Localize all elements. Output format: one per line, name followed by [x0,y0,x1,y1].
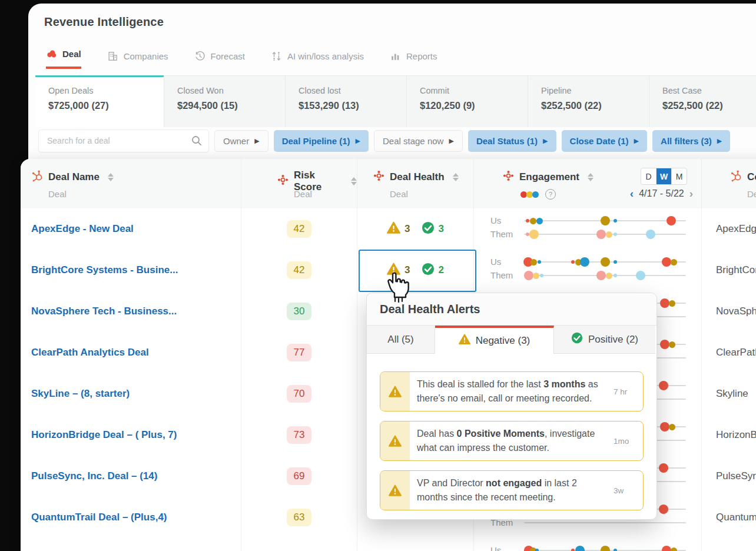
engagement-timeline [524,522,686,523]
column-header-deal-name: Deal NameDeal [21,159,241,208]
filter-chip-close-date-1[interactable]: Close Date (1)▶ [562,130,648,152]
nav-tab-ai-win-loss-analysis[interactable]: AI win/loss analysis [271,51,364,69]
engagement-dot-yellow [530,259,537,265]
deal-name-cell [21,538,241,551]
engagement-dot-lblue [646,230,655,239]
engagement-dot-yellow [601,546,610,551]
revenue-intelligence-screen: { "colors": { "accent_red": "#e8503a", "… [0,0,756,551]
reports-icon [390,51,401,62]
legend-dot [532,191,539,198]
filter-chip-deal-pipeline-1[interactable]: Deal Pipeline (1)▶ [274,130,369,152]
score-icon [502,170,515,185]
engagement-dot-yellow [530,218,536,224]
chevron-right-icon: ▶ [254,138,259,144]
nav-tab-forecast[interactable]: Forecast [194,51,245,69]
nav-tab-reports[interactable]: Reports [390,51,437,69]
engagement-dot-lyellow [529,230,539,239]
summary-card-commit[interactable]: Commit$120,250 (9) [406,75,528,127]
engagement-dot-red [660,298,669,308]
deal-name-link[interactable]: ApexEdge - New Deal [31,223,134,235]
alert-age: 1mo [614,421,643,460]
prev-period-icon[interactable]: ‹ [630,188,634,199]
popup-tab-negative-3[interactable]: Negative (3) [435,326,554,354]
sort-control[interactable] [588,173,593,181]
deal-name-cell: NovaSphere Tech - Business... [21,291,241,332]
deal-name-link[interactable]: HorizonBridge Deal – ( Plus, 7) [31,429,177,441]
alert-text: Deal has 0 Positive Moments, investigate… [410,421,614,460]
alert-card: VP and Director not engaged in last 2 mo… [380,470,644,510]
risk-score-cell: 63 [241,497,357,538]
positive-count: 3 [439,223,444,235]
chevron-right-icon: ▶ [356,138,360,144]
summary-card-closed-lost[interactable]: Closed lost$153,290 (13) [285,75,406,127]
risk-score-badge: 73 [287,426,311,444]
summary-card-open-deals[interactable]: Open Deals$725,000 (27) [35,75,164,127]
engagement-dot-lblue [636,271,645,280]
search-icon [191,135,203,149]
warning-icon [380,471,410,510]
deal-name-link[interactable]: QuantumTrail Deal – (Plus,4) [31,512,167,523]
filter-chip-deal-status-1[interactable]: Deal Status (1)▶ [468,130,556,152]
risk-score-badge: 30 [287,303,311,320]
engagement-dot-blue [538,260,541,264]
risk-score-cell: 42 [241,208,357,250]
chevron-right-icon: ▶ [717,138,722,144]
popup-alerts: This deal is stalled for the last 3 mont… [367,354,656,510]
period-option-d[interactable]: D [641,168,656,184]
filter-chip-owner[interactable]: Owner▶ [214,130,268,152]
nav-tab-deal[interactable]: Deal [46,48,81,69]
risk-score-badge: 77 [287,344,311,361]
next-period-icon[interactable]: › [689,188,693,199]
engagement-dot-red [660,340,669,349]
sort-control[interactable] [351,177,357,185]
engagement-cell: UsThem [474,208,702,250]
summary-card-best-case[interactable]: Best Case$252,500 (22) [649,75,756,127]
help-icon[interactable]: ? [545,189,556,200]
period-option-m[interactable]: M [672,168,687,184]
deal-name-link[interactable]: BrightCore Systems - Busine... [31,264,178,276]
filter-chip-deal-stage-now[interactable]: Deal stage now▶ [374,130,463,152]
deal-health-cell[interactable] [357,538,474,551]
filter-chip-all-filters-3[interactable]: All filters (3)▶ [652,130,730,152]
engagement-dot-red [571,260,575,264]
engagement-dot-lyellow [606,231,612,238]
risk-score-cell: 42 [241,250,357,291]
summary-cards: Open Deals$725,000 (27)Closed Won$294,50… [35,75,756,127]
alert-age: 3w [614,471,643,510]
engagement-legend: ? [520,189,556,200]
sort-control[interactable] [108,173,114,181]
deal-name-link[interactable]: SkyLine – (8, starter) [31,388,130,400]
deal-name-link[interactable]: NovaSphere Tech - Business... [31,306,177,317]
deal-search[interactable] [38,130,209,152]
score-icon [277,174,289,189]
nav-tab-companies[interactable]: Companies [107,51,168,69]
chevron-right-icon: ▶ [449,138,453,144]
search-input[interactable] [39,130,194,151]
risk-score-badge: 69 [287,467,311,485]
date-range-label: 4/17 - 5/22 [639,188,684,199]
popup-tab-all-5[interactable]: All (5) [367,326,435,354]
deal-health-cell[interactable]: 32 [357,250,474,291]
sort-control[interactable] [453,173,459,181]
engagement-label-us: Us [490,215,501,225]
positive-count: 2 [439,264,444,276]
deal-name-cell: HorizonBridge Deal – ( Plus, 7) [21,414,241,456]
summary-card-pipeline[interactable]: Pipeline$252,500 (22) [528,75,649,127]
deal-health-cell[interactable]: 33 [357,208,474,250]
risk-score-cell: 73 [241,414,357,456]
deal-name-link[interactable]: PulseSync, Inc. Deal – (14) [31,470,157,482]
risk-score-badge: 42 [287,261,311,279]
popup-tab-positive-2[interactable]: Positive (2) [554,326,655,354]
summary-card-closed-won[interactable]: Closed Won$294,500 (15) [164,75,285,127]
deal-name-link[interactable]: ClearPath Analytics Deal [31,347,149,359]
popup-tabs: All (5)Negative (3)Positive (2) [367,326,656,354]
engagement-dot-lblue [540,274,543,277]
engagement-label-us: Us [490,257,501,267]
warning-icon [459,334,470,347]
deal-name-cell: QuantumTrail Deal – (Plus,4) [21,497,241,538]
engagement-dot-red [662,546,671,551]
risk-score-badge: 63 [287,509,311,526]
period-option-w[interactable]: W [656,168,672,184]
deal-name-cell: ApexEdge - New Deal [21,208,241,250]
engagement-dot-red [660,422,669,431]
